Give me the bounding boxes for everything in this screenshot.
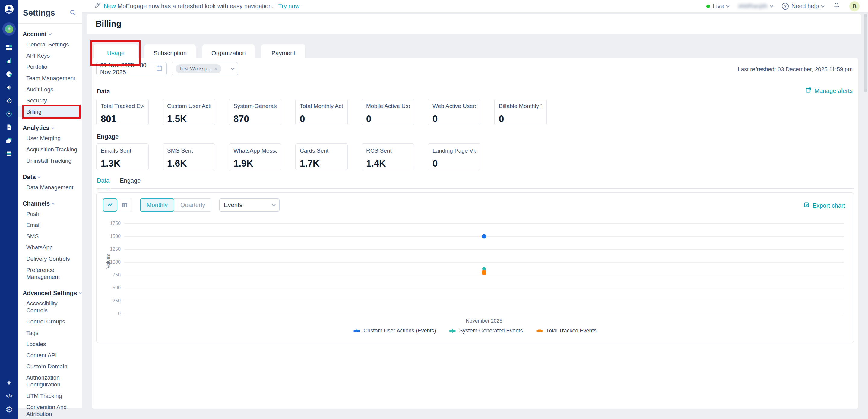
sidebar-item[interactable]: Portfolio [18, 61, 82, 72]
data-database-icon[interactable] [2, 147, 16, 160]
sidebar-item[interactable]: Audit Logs [18, 84, 82, 95]
bar-chart-icon[interactable] [117, 198, 132, 212]
sidebar-item[interactable]: Accessibility Controls [18, 298, 82, 316]
sidebar-item[interactable]: Locales [18, 339, 82, 350]
stat-card-label: Mobile Active Users [366, 103, 409, 109]
chevron-down-icon [52, 202, 55, 205]
page-scrollbar[interactable] [864, 14, 867, 418]
stat-card-value: 801 [101, 114, 144, 125]
workspace-chip: Test Worksp... ✕ [176, 64, 221, 73]
sidebar-item[interactable]: WhatsApp [18, 242, 82, 253]
stat-card-label: Custom User Actions ... [167, 103, 211, 109]
page-header: Billing [87, 14, 861, 34]
cards-layers-icon[interactable] [2, 134, 16, 147]
sidebar-item[interactable]: Push [18, 208, 82, 220]
sidebar-section-title[interactable]: Analytics [18, 125, 82, 133]
analytics-icon[interactable] [2, 54, 16, 67]
sidebar-item[interactable]: User Merging [18, 133, 82, 144]
environment-selector[interactable]: Live [706, 3, 729, 10]
sidebar-item[interactable]: Team Management [18, 73, 82, 84]
sidebar-item[interactable]: API Keys [18, 50, 82, 61]
chart-section-tab[interactable]: Data [97, 177, 110, 189]
sidebar-item[interactable]: UTM Tracking [18, 390, 82, 401]
sidebar-item[interactable]: Content API [18, 350, 82, 361]
chip-remove-icon[interactable]: ✕ [214, 66, 218, 71]
sidebar-section: Analytics User Merging Acquisition Track… [18, 125, 82, 166]
journeys-stopwatch-icon[interactable] [2, 94, 16, 107]
metric-dropdown[interactable]: Events [219, 198, 280, 212]
stat-card: Emails Sent 1.3K [96, 143, 149, 170]
sidebar-section-title[interactable]: Channels [18, 200, 82, 208]
dashboard-icon[interactable] [2, 41, 16, 54]
granularity-option[interactable]: Monthly [140, 198, 174, 212]
environment-label: Live [713, 3, 724, 10]
chevron-down-icon [79, 291, 82, 294]
chevron-down-icon [821, 4, 824, 7]
sidebar-item[interactable]: Control Groups [18, 316, 82, 327]
sidebar-section-title[interactable]: Data [18, 173, 82, 182]
moengage-logo-icon[interactable] [2, 2, 16, 16]
stat-card-value: 1.7K [300, 158, 343, 169]
manage-alerts-link[interactable]: Manage alerts [805, 87, 852, 95]
segments-pie-icon[interactable] [2, 67, 16, 81]
sidebar-item[interactable]: Conversion And Attribution [18, 401, 82, 419]
chevron-down-icon [770, 4, 773, 7]
legend-item[interactable]: Total Tracked Events [536, 328, 596, 334]
sidebar-item[interactable]: General Settings [18, 39, 82, 50]
templates-document-icon[interactable] [2, 121, 16, 134]
sidebar-item[interactable]: Tags [18, 327, 82, 339]
stat-card-label: WhatsApp Messages Se... [234, 148, 277, 154]
sidebar-item[interactable]: SMS [18, 231, 82, 242]
banner-text: MoEngage now has a refreshed look with e… [118, 3, 274, 9]
sidebar-item[interactable]: Email [18, 220, 82, 231]
granularity-option[interactable]: Quarterly [174, 198, 211, 212]
page-title: Billing [96, 19, 122, 29]
campaigns-megaphone-icon[interactable] [2, 81, 16, 94]
sidebar-item[interactable]: Preference Management [18, 264, 82, 283]
data-point[interactable] [482, 270, 486, 275]
sidebar-item[interactable]: Security [18, 95, 82, 106]
sidebar-item[interactable]: Billing [18, 106, 82, 117]
notifications-bell-icon[interactable] [833, 2, 840, 10]
sidebar-item[interactable]: Delivery Controls [18, 253, 82, 264]
calendar-icon [156, 65, 163, 73]
workspace-filter-select[interactable]: Test Worksp... ✕ [172, 62, 238, 75]
stat-card: Total Tracked Events 801 [96, 99, 149, 125]
banner-highlight: New [104, 3, 116, 9]
stat-card-label: Emails Sent [101, 148, 144, 154]
legend-item[interactable]: Custom User Actions (Events) [353, 328, 436, 334]
workspace-selector[interactable]: IAMRanjith [738, 3, 773, 10]
export-chart-button[interactable]: Export chart [803, 202, 845, 210]
sidebar-item[interactable]: Uninstall Tracking [18, 155, 82, 166]
y-tick-label: 750 [113, 272, 121, 278]
need-help-menu[interactable]: ? Need help [782, 3, 824, 10]
stat-card-label: Web Active Users [433, 103, 476, 109]
stat-card-label: Cards Sent [300, 148, 343, 154]
date-range-picker[interactable]: 01 Nov 2025 - 30 Nov 2025 [96, 62, 167, 75]
audience-target-icon[interactable] [2, 107, 16, 121]
search-icon[interactable] [69, 9, 76, 18]
legend-item[interactable]: System-Generated Events [449, 328, 523, 334]
chart-card: Monthly Quarterly Events Export chart Va… [96, 192, 854, 343]
scrollbar-thumb[interactable] [864, 14, 867, 92]
sidebar-section-title[interactable]: Advanced Settings [18, 290, 82, 298]
try-now-link[interactable]: Try now [278, 3, 300, 10]
sidebar-item[interactable]: Custom Domain [18, 361, 82, 372]
chevron-down-icon [51, 126, 54, 129]
stat-card: Cards Sent 1.7K [295, 143, 348, 170]
stat-card-value: 0 [433, 114, 476, 125]
grid-line [124, 314, 844, 314]
data-point[interactable] [482, 234, 487, 238]
sidebar-item[interactable]: Authorization Configuration [18, 372, 82, 390]
sidebar-item[interactable]: Data Management [18, 182, 82, 193]
sidebar-item[interactable]: Acquisition Tracking [18, 144, 82, 155]
line-chart-icon[interactable] [103, 198, 117, 212]
sidebar-section-title[interactable]: Account [18, 31, 82, 39]
avatar[interactable]: B [849, 1, 860, 11]
stat-card: Mobile Active Users 0 [362, 99, 414, 125]
ai-sparkle-icon[interactable] [2, 376, 16, 389]
developer-code-icon[interactable]: </> [2, 389, 16, 403]
chart-section-tab[interactable]: Engage [120, 177, 141, 189]
settings-gear-icon[interactable]: ⚙ [2, 403, 16, 416]
create-icon[interactable]: + [2, 22, 16, 36]
